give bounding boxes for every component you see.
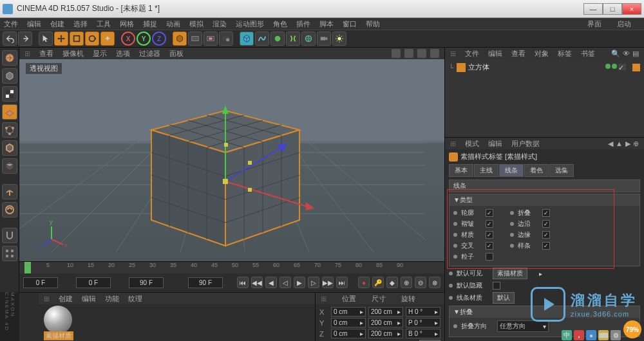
deformer-tool[interactable] bbox=[286, 32, 300, 46]
prev-key[interactable]: ◀◀ bbox=[251, 277, 263, 288]
linemat-btn[interactable]: 默认 bbox=[493, 292, 515, 304]
chk-hide[interactable] bbox=[493, 282, 500, 290]
size-x[interactable]: 200 cm▸ bbox=[368, 307, 403, 317]
next-frame[interactable]: ▷ bbox=[308, 277, 319, 288]
camera-tool[interactable] bbox=[317, 32, 331, 46]
minimize-button[interactable]: — bbox=[583, 3, 603, 15]
chk-intersect[interactable]: ✓ bbox=[486, 242, 493, 250]
obj-menu-tag[interactable]: 标签 bbox=[558, 49, 572, 59]
viewport-solo[interactable] bbox=[2, 202, 17, 217]
nav-menu-icon[interactable]: ⊕ bbox=[633, 140, 639, 148]
viewport[interactable]: 透视视图 bbox=[19, 59, 444, 261]
scale-tool[interactable] bbox=[70, 32, 84, 46]
menu-animation[interactable]: 动画 bbox=[166, 19, 180, 29]
chk-fold[interactable]: ✓ bbox=[542, 209, 550, 217]
sketch-tag-icon[interactable] bbox=[632, 64, 640, 71]
z-axis-lock[interactable]: Z bbox=[152, 32, 166, 46]
point-mode[interactable] bbox=[2, 122, 17, 138]
rot-b[interactable]: B 0 °▸ bbox=[406, 329, 440, 338]
ime-icon[interactable]: 中 bbox=[562, 330, 572, 340]
time-ruler[interactable]: 0 5 10 15 20 25 30 35 40 45 50 55 60 65 … bbox=[19, 262, 444, 273]
pos-y[interactable]: 0 cm▸ bbox=[331, 318, 366, 327]
close-button[interactable]: × bbox=[622, 3, 641, 15]
undo-button[interactable] bbox=[3, 32, 17, 46]
edge-mode[interactable] bbox=[2, 140, 17, 156]
mat-menu-create[interactable]: 创建 bbox=[59, 294, 73, 304]
enable-check-icon[interactable]: ✓ bbox=[618, 64, 626, 70]
view-nav-icon[interactable] bbox=[430, 49, 439, 58]
snap-toggle[interactable] bbox=[2, 228, 17, 243]
obj-menu-edit[interactable]: 编辑 bbox=[488, 49, 502, 59]
menu-help[interactable]: 帮助 bbox=[366, 19, 380, 29]
view-menu-filter[interactable]: 过滤器 bbox=[139, 49, 160, 59]
pos-z[interactable]: 0 cm▸ bbox=[331, 329, 366, 338]
obj-menu-view[interactable]: 查看 bbox=[511, 49, 526, 59]
play-forward[interactable]: ▶ bbox=[294, 277, 305, 288]
menu-character[interactable]: 角色 bbox=[273, 19, 287, 29]
attr-menu-userdata[interactable]: 用户数据 bbox=[511, 139, 540, 149]
autokey-button[interactable]: 🔑 bbox=[372, 277, 384, 288]
maximize-button[interactable]: □ bbox=[603, 3, 622, 15]
view-menu-view[interactable]: 查看 bbox=[39, 49, 53, 59]
move-tool[interactable] bbox=[54, 32, 68, 46]
obj-menu-obj[interactable]: 对象 bbox=[535, 49, 549, 59]
menu-render[interactable]: 渲染 bbox=[213, 19, 227, 29]
menu-file[interactable]: 文件 bbox=[4, 19, 18, 29]
render-dot-icon[interactable] bbox=[612, 64, 617, 69]
obj-menu-bookmark[interactable]: 书签 bbox=[581, 49, 595, 59]
section-type[interactable]: ▼类型 bbox=[450, 194, 639, 206]
tab-sub-color[interactable]: 着色 bbox=[524, 164, 549, 177]
object-item-cube[interactable]: └ 立方体 ✓ bbox=[448, 62, 641, 73]
attr-menu-mode[interactable]: 模式 bbox=[465, 139, 479, 149]
record-button[interactable]: ● bbox=[358, 277, 370, 288]
menu-plugins[interactable]: 插件 bbox=[296, 19, 310, 29]
visibility-dot-icon[interactable] bbox=[605, 64, 611, 69]
chk-material[interactable]: ✓ bbox=[486, 231, 493, 239]
menu-create[interactable]: 创建 bbox=[50, 19, 64, 29]
menu-tools[interactable]: 工具 bbox=[97, 19, 111, 29]
filter-icon[interactable]: ▤ bbox=[632, 50, 639, 58]
view-nav-icon[interactable] bbox=[404, 49, 413, 58]
keyframe-opt3[interactable]: ⊖ bbox=[415, 277, 426, 288]
view-nav-icon[interactable] bbox=[392, 49, 401, 58]
frame-current[interactable]: 0 F bbox=[76, 277, 111, 288]
primitive-cube[interactable] bbox=[240, 32, 254, 46]
rot-p[interactable]: P 0 °▸ bbox=[406, 318, 440, 327]
eye-icon[interactable]: 👁 bbox=[623, 50, 630, 58]
view-menu-camera[interactable]: 摄像机 bbox=[62, 49, 84, 59]
axis-mode[interactable] bbox=[2, 184, 17, 199]
frame-end[interactable]: 90 F bbox=[129, 277, 164, 288]
rotate-tool[interactable] bbox=[85, 32, 99, 46]
view-menu-options[interactable]: 选项 bbox=[116, 49, 130, 59]
y-axis-lock[interactable]: Y bbox=[137, 32, 151, 46]
mat-menu-tex[interactable]: 纹理 bbox=[128, 294, 142, 304]
next-key[interactable]: ▶▶ bbox=[322, 277, 334, 288]
menu-snap[interactable]: 捕捉 bbox=[143, 19, 157, 29]
chk-border[interactable]: ✓ bbox=[542, 231, 550, 239]
vis-mat-btn[interactable]: 素描材质 bbox=[493, 268, 527, 279]
polygon-mode[interactable] bbox=[2, 158, 17, 174]
material-item[interactable]: 素描材质 bbox=[44, 306, 75, 340]
chk-particle[interactable] bbox=[486, 253, 493, 261]
tab-sub-selection[interactable]: 选集 bbox=[549, 164, 574, 177]
workplane-mode[interactable] bbox=[2, 104, 17, 120]
ime-soft-icon[interactable]: ⌨ bbox=[598, 330, 609, 340]
menu-simulate[interactable]: 模拟 bbox=[189, 19, 204, 29]
nav-up-icon[interactable]: ▲ bbox=[616, 140, 623, 148]
play-back[interactable]: ◁ bbox=[279, 277, 291, 288]
mat-menu-func[interactable]: 功能 bbox=[105, 294, 119, 304]
chk-outline[interactable]: ✓ bbox=[486, 209, 493, 217]
select-tool[interactable] bbox=[39, 32, 53, 46]
menu-mesh[interactable]: 网格 bbox=[120, 19, 134, 29]
frame-end2[interactable]: 90 F bbox=[188, 277, 223, 288]
prev-frame[interactable]: ◀ bbox=[265, 277, 277, 288]
chk-crease[interactable]: ✓ bbox=[486, 220, 493, 228]
goto-start[interactable]: ⏮ bbox=[237, 277, 249, 288]
redo-button[interactable] bbox=[18, 32, 32, 46]
fold-dir-select[interactable]: 任意方向▾ bbox=[497, 320, 549, 332]
model-mode[interactable] bbox=[2, 68, 17, 84]
render-settings[interactable] bbox=[219, 32, 233, 46]
keyframe-opt[interactable]: ◆ bbox=[386, 277, 398, 288]
ime-punct-icon[interactable]: ， bbox=[574, 330, 584, 340]
ime-set-icon[interactable]: ⚙ bbox=[611, 330, 621, 340]
